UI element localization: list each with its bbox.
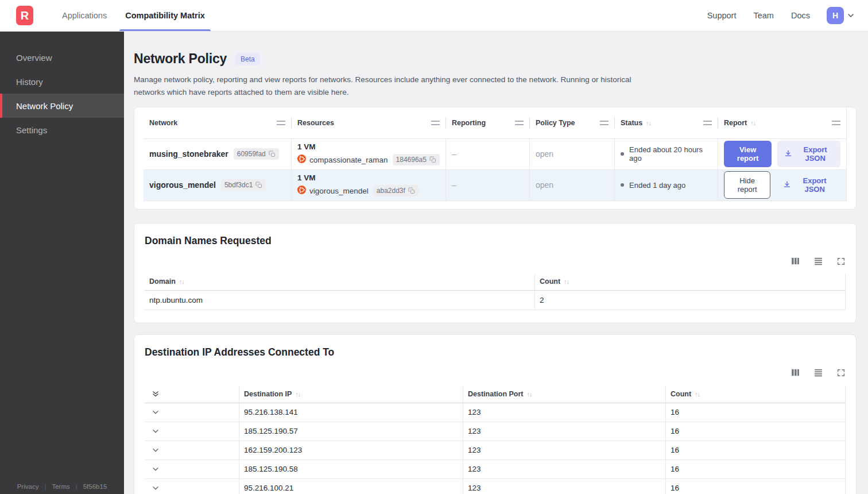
download-icon [784, 149, 792, 159]
resource-hash-badge: 184696a5 [393, 154, 440, 165]
nav-link-team[interactable]: Team [745, 11, 782, 20]
nav-left: R Applications Compatibility Matrix [16, 0, 214, 31]
column-header-count[interactable]: Count ↑↓ [534, 273, 845, 290]
column-header-destination-port[interactable]: Destination Port ↑↓ [463, 386, 665, 403]
nav-link-docs[interactable]: Docs [782, 11, 819, 20]
domains-table: Domain ↑↓ Count ↑↓ ntp.ubuntu.com 2 [145, 273, 846, 310]
sort-icon[interactable]: ↑↓ [695, 391, 700, 397]
resources-cell: 1 VM vigorous_mendel aba2dd3f [291, 170, 445, 200]
networks-table-header: Network Resources Reporting Policy Type … [144, 107, 847, 139]
copy-icon[interactable] [255, 182, 262, 188]
sort-icon[interactable]: ↑↓ [646, 119, 651, 126]
avatar[interactable]: H [827, 7, 844, 24]
nav-link-support[interactable]: Support [699, 11, 745, 20]
resource-name: vigorous_mendel [309, 187, 369, 195]
card-title: Domain Names Requested [145, 223, 846, 247]
destination-row: 185.125.190.58 123 16 [145, 460, 846, 479]
column-header-count[interactable]: Count ↑↓ [665, 386, 845, 403]
destination-port-cell: 123 [463, 403, 665, 422]
count-cell: 16 [665, 479, 845, 494]
destination-ip-cell: 95.216.100.21 [239, 479, 463, 494]
hide-report-button[interactable]: Hide report [724, 171, 770, 199]
sidebar-footer: Privacy | Terms | 5f56b15 [0, 483, 124, 490]
chevron-down-icon[interactable] [152, 427, 160, 435]
view-report-button[interactable]: View report [724, 141, 772, 167]
chevron-down-icon[interactable] [846, 11, 855, 20]
chevron-down-icon[interactable] [152, 484, 160, 492]
expand-fullscreen-icon[interactable] [836, 257, 846, 266]
network-name-cell: musing_stonebraker 60959fad [144, 139, 291, 169]
sidebar-item-settings[interactable]: Settings [0, 118, 124, 142]
column-header-report[interactable]: Report ↑↓ [718, 117, 846, 129]
column-header-resources[interactable]: Resources [291, 117, 445, 129]
destination-ips-card: Destination IP Addresses Connected To [134, 334, 857, 494]
sort-icon[interactable]: ↑↓ [295, 391, 300, 397]
table-toolbar [145, 256, 846, 267]
column-drag-handle-icon[interactable] [832, 121, 840, 125]
sidebar-item-network-policy[interactable]: Network Policy [0, 94, 124, 118]
domain-row: ntp.ubuntu.com 2 [145, 291, 846, 310]
rows-view-icon[interactable] [813, 368, 823, 377]
sidebar-item-history[interactable]: History [0, 70, 124, 94]
reporting-cell: – [445, 170, 529, 200]
domain-cell: ntp.ubuntu.com [145, 291, 534, 310]
export-json-button[interactable]: Export JSON [777, 141, 840, 167]
column-drag-handle-icon[interactable] [277, 121, 285, 125]
destinations-table: Destination IP ↑↓ Destination Port ↑↓ Co… [145, 386, 846, 494]
columns-view-icon[interactable] [790, 256, 800, 266]
sort-icon[interactable]: ↑↓ [564, 278, 569, 285]
column-drag-handle-icon[interactable] [515, 121, 524, 125]
sort-icon[interactable]: ↑↓ [527, 391, 532, 397]
status-text: Ended about 20 hours ago [629, 145, 712, 163]
terms-link[interactable]: Terms [52, 483, 69, 490]
nav-right: Support Team Docs H [699, 7, 855, 24]
column-label: Network [149, 119, 177, 127]
page-description: Manage network policy, reporting and vie… [134, 74, 642, 99]
sidebar-item-overview[interactable]: Overview [0, 45, 124, 70]
destination-row: 95.216.100.21 123 16 [145, 479, 846, 494]
column-label: Count [540, 277, 560, 285]
column-drag-handle-icon[interactable] [431, 121, 440, 125]
column-header-network[interactable]: Network [144, 117, 291, 129]
primary-tabs: Applications Compatibility Matrix [53, 0, 214, 31]
export-json-button[interactable]: Export JSON [776, 172, 840, 198]
column-header-policy-type[interactable]: Policy Type [529, 117, 614, 129]
sort-icon[interactable]: ↑↓ [750, 119, 755, 126]
policy-type-cell: open [529, 170, 614, 200]
main-content: Network Policy Beta Manage network polic… [124, 32, 868, 494]
app-logo[interactable]: R [16, 6, 33, 25]
sort-icon[interactable]: ↑↓ [179, 278, 184, 285]
double-chevron-down-icon[interactable] [152, 390, 160, 398]
copy-icon[interactable] [429, 156, 436, 163]
domain-names-card: Domain Names Requested Domain ↑↓ [134, 223, 857, 323]
copy-icon[interactable] [408, 187, 415, 194]
columns-view-icon[interactable] [790, 368, 800, 377]
network-name: musing_stonebraker [149, 149, 228, 159]
column-header-status[interactable]: Status ↑↓ [614, 117, 718, 129]
column-header-destination-ip[interactable]: Destination IP ↑↓ [239, 386, 463, 403]
status-cell: Ended 1 day ago [614, 170, 718, 200]
network-row: musing_stonebraker 60959fad 1 VM [144, 139, 847, 170]
expand-cell [145, 460, 239, 478]
column-drag-handle-icon[interactable] [600, 121, 609, 125]
column-label: Status [621, 119, 642, 127]
rows-view-icon[interactable] [813, 256, 823, 266]
privacy-link[interactable]: Privacy [17, 483, 39, 490]
column-label: Report [724, 119, 747, 127]
column-label: Destination IP [244, 390, 292, 398]
column-header-reporting[interactable]: Reporting [445, 117, 529, 129]
chevron-down-icon[interactable] [152, 465, 160, 473]
chevron-down-icon[interactable] [152, 408, 160, 416]
expand-cell [145, 422, 239, 441]
expand-fullscreen-icon[interactable] [836, 368, 846, 377]
column-drag-handle-icon[interactable] [703, 121, 712, 125]
hash-text: aba2dd3f [377, 187, 405, 195]
tab-applications[interactable]: Applications [53, 0, 116, 31]
destinations-table-header: Destination IP ↑↓ Destination Port ↑↓ Co… [145, 386, 846, 403]
sidebar: Overview History Network Policy Settings… [0, 32, 124, 494]
tab-compatibility-matrix[interactable]: Compatibility Matrix [116, 0, 214, 31]
chevron-down-icon[interactable] [152, 446, 160, 454]
copy-icon[interactable] [269, 150, 276, 157]
column-header-domain[interactable]: Domain ↑↓ [145, 273, 534, 290]
expand-all-header-cell [145, 386, 239, 403]
